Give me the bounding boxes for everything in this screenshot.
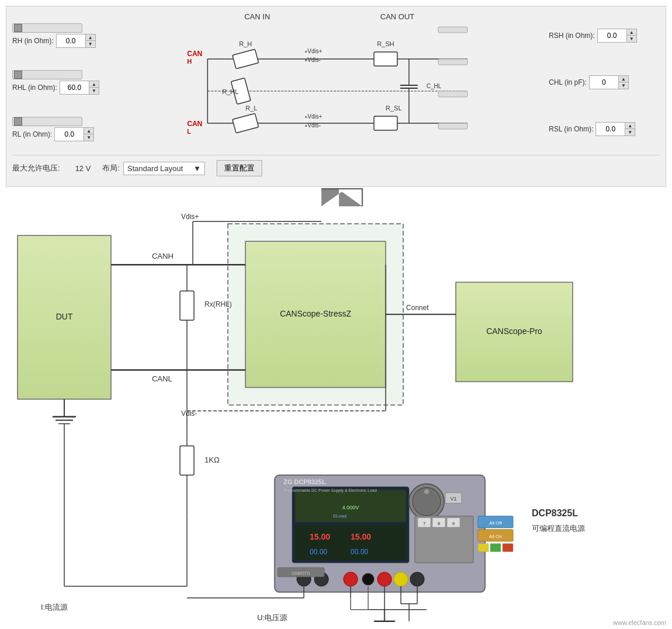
max-voltage: 最大允许电压: 12 V xyxy=(12,163,90,173)
voltage-source-label: U:电压源 xyxy=(257,613,287,622)
rh-up-btn[interactable]: ▲ xyxy=(86,34,95,41)
svg-text:All On: All On xyxy=(489,534,502,539)
rsl-up-btn[interactable]: ▲ xyxy=(625,123,635,129)
top-panel: RH (in Ohm): 0.0 ▲ ▼ RHL (in Ohm): xyxy=(6,6,666,187)
chl-value: 0 xyxy=(590,76,619,89)
svg-text:L: L xyxy=(187,128,191,135)
1k-label: 1KΩ xyxy=(204,456,220,464)
max-voltage-label: 最大允许电压: xyxy=(12,163,60,173)
connect-label: Connet xyxy=(406,304,429,312)
svg-rect-67 xyxy=(503,544,513,552)
svg-text:R_SL: R_SL xyxy=(386,105,402,112)
dcp-terminal-red1 xyxy=(344,572,358,586)
svg-rect-34 xyxy=(438,123,468,129)
svg-rect-26 xyxy=(374,116,398,130)
rl-up-btn[interactable]: ▲ xyxy=(84,128,93,134)
dcp-terminal-3 xyxy=(410,572,424,586)
dcp-terminal-red2 xyxy=(378,572,392,586)
svg-text:All Off: All Off xyxy=(489,520,502,526)
svg-text:9: 9 xyxy=(452,521,455,526)
svg-text:Programmable DC Power Supply &: Programmable DC Power Supply & Electroni… xyxy=(283,488,377,493)
chl-input[interactable]: 0 ▲ ▼ xyxy=(589,75,629,89)
pro-label: CANScope-Pro xyxy=(486,326,542,336)
svg-rect-31 xyxy=(438,27,468,33)
svg-rect-22 xyxy=(232,113,259,133)
chl-down-btn[interactable]: ▼ xyxy=(619,82,628,89)
svg-text:∘Vdis+: ∘Vdis+ xyxy=(304,113,322,120)
rl-input[interactable]: 0.0 ▲ ▼ xyxy=(54,127,94,141)
svg-text:C_HL: C_HL xyxy=(427,83,442,89)
svg-text:15.00: 15.00 xyxy=(309,532,330,541)
svg-rect-33 xyxy=(438,91,468,97)
chl-up-btn[interactable]: ▲ xyxy=(619,76,628,82)
vdis-minus-label: Vdis- xyxy=(181,409,197,418)
rsl-down-btn[interactable]: ▼ xyxy=(625,129,635,135)
rl-label: RL (in Ohm): xyxy=(12,130,52,138)
rhl-slider[interactable] xyxy=(12,70,82,79)
rh-value: 0.0 xyxy=(57,34,86,47)
svg-text:00.00: 00.00 xyxy=(351,548,368,556)
right-controls: RSH (in Ohm): 0.0 ▲ ▼ CHL (in pF): 0 xyxy=(543,12,660,152)
rsh-up-btn[interactable]: ▲ xyxy=(627,29,636,36)
svg-text:ZG  DCP8325L: ZG DCP8325L xyxy=(283,478,326,485)
layout-dropdown[interactable]: Standard Layout ▼ xyxy=(123,162,205,175)
svg-point-55 xyxy=(424,489,429,494)
rhl-up-btn[interactable]: ▲ xyxy=(89,81,99,88)
svg-rect-9 xyxy=(232,49,259,69)
current-source-label: I:电流源 xyxy=(41,603,68,611)
svg-rect-32 xyxy=(438,59,468,65)
bottom-bar: 最大允许电压: 12 V 布局: Standard Layout ▼ 重置配置 xyxy=(12,155,660,176)
svg-rect-66 xyxy=(490,544,501,552)
layout-label: 布局: xyxy=(102,163,120,173)
dcp-terminal-black xyxy=(363,574,374,585)
svg-text:CAN: CAN xyxy=(187,50,203,58)
rl-down-btn[interactable]: ▼ xyxy=(84,134,93,141)
rsh-down-btn[interactable]: ▼ xyxy=(627,36,636,42)
rx-rhl-label: Rx(RHL) xyxy=(204,300,232,308)
rh-down-btn[interactable]: ▼ xyxy=(86,41,95,47)
rsl-input[interactable]: 0.0 ▲ ▼ xyxy=(596,122,635,136)
rsl-label: RSL (in Ohm): xyxy=(549,125,593,133)
svg-text:∘Vdis-: ∘Vdis- xyxy=(304,57,321,63)
svg-text:R_SH: R_SH xyxy=(377,40,394,47)
rsl-control: RSL (in Ohm): 0.0 ▲ ▼ xyxy=(549,122,660,136)
rh-label: RH (in Ohm): xyxy=(12,37,54,45)
dcp-device-sublabel: 可编程直流电源 xyxy=(532,524,585,533)
svg-text:∘Vdis+: ∘Vdis+ xyxy=(304,48,322,54)
svg-text:R_L: R_L xyxy=(246,105,257,112)
dcp-terminal-yellow xyxy=(394,572,408,586)
rl-control: RL (in Ohm): 0.0 ▲ ▼ xyxy=(12,117,106,141)
canl-label: CANL xyxy=(152,374,172,383)
svg-text:R_HL: R_HL xyxy=(222,88,239,95)
rhl-down-btn[interactable]: ▼ xyxy=(89,88,99,94)
svg-text:ELoad: ELoad xyxy=(333,513,346,519)
svg-text:4.000V: 4.000V xyxy=(342,505,359,510)
rhl-input[interactable]: 60.0 ▲ ▼ xyxy=(60,81,99,95)
rl-slider[interactable] xyxy=(12,117,82,126)
rsl-value: 0.0 xyxy=(596,123,625,135)
svg-text:USB/OTG: USB/OTG xyxy=(292,571,311,575)
dut-label: DUT xyxy=(56,312,73,321)
svg-text:V1: V1 xyxy=(450,496,457,502)
rsh-input[interactable]: 0.0 ▲ ▼ xyxy=(597,29,637,43)
left-controls: RH (in Ohm): 0.0 ▲ ▼ RHL (in Ohm): xyxy=(12,12,112,152)
layout-value: Standard Layout xyxy=(127,164,183,173)
svg-text:H: H xyxy=(187,58,192,65)
circuit-diagram: CAN IN CAN OUT CAN H CAN L R_H ∘Vdis+ xyxy=(112,12,543,152)
1k-resistor xyxy=(180,446,194,475)
rh-input[interactable]: 0.0 ▲ ▼ xyxy=(56,34,96,48)
dropdown-arrow-icon: ▼ xyxy=(193,164,201,173)
svg-text:7: 7 xyxy=(423,521,426,526)
svg-text:R_H: R_H xyxy=(239,40,252,47)
circuit-area: RH (in Ohm): 0.0 ▲ ▼ RHL (in Ohm): xyxy=(12,12,660,152)
rh-slider[interactable] xyxy=(12,23,82,33)
svg-text:8: 8 xyxy=(437,521,440,526)
svg-text:CAN OUT: CAN OUT xyxy=(380,12,415,21)
chl-control: CHL (in pF): 0 ▲ ▼ xyxy=(549,75,660,89)
rsh-value: 0.0 xyxy=(598,29,627,42)
stressz-label: CANScope-StressZ xyxy=(280,309,351,318)
watermark: www.elecfans.com xyxy=(613,619,666,626)
reset-button[interactable]: 重置配置 xyxy=(217,160,262,176)
svg-text:∘Vdis-: ∘Vdis- xyxy=(304,122,321,128)
main-diagram: DUT CANScope-StressZ CANScope-Pro CANH C… xyxy=(6,187,666,623)
